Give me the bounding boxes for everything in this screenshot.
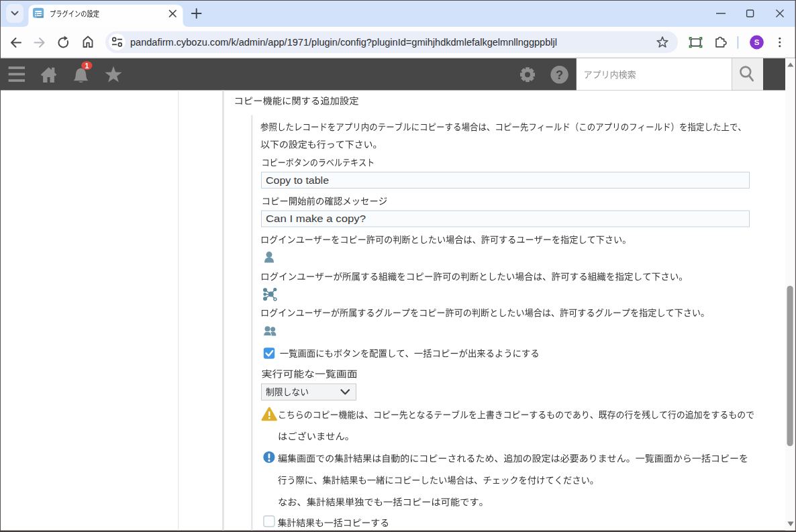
svg-text:1: 1 — [85, 62, 89, 70]
svg-text:pandafirm.cybozu.com/k/admin/a: pandafirm.cybozu.com/k/admin/app/1971/pl… — [130, 37, 557, 48]
svg-text:Copy to table: Copy to table — [266, 174, 329, 186]
svg-text:Can I make a copy?: Can I make a copy? — [266, 213, 366, 224]
svg-text:S: S — [754, 38, 760, 46]
svg-text:?: ? — [556, 68, 563, 82]
